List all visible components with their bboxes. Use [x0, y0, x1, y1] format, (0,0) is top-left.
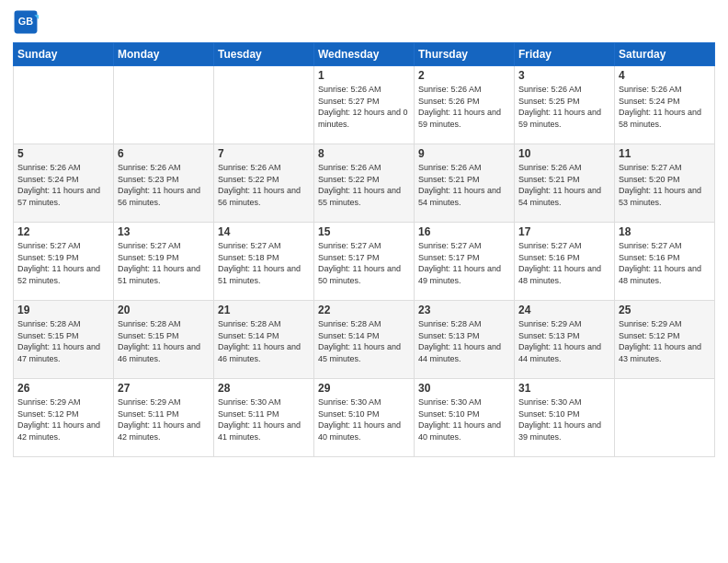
day-cell-24: 24Sunrise: 5:29 AMSunset: 5:13 PMDayligh…: [515, 301, 615, 379]
day-number: 24: [518, 304, 610, 316]
day-number: 25: [619, 304, 711, 316]
day-number: 1: [318, 69, 410, 82]
logo: GB: [13, 9, 42, 35]
empty-cell: [615, 379, 715, 457]
day-info: Sunrise: 5:27 AMSunset: 5:17 PMDaylight:…: [318, 240, 410, 286]
day-number: 2: [418, 69, 510, 82]
day-cell-23: 23Sunrise: 5:28 AMSunset: 5:13 PMDayligh…: [415, 301, 515, 379]
day-number: 10: [518, 147, 610, 160]
day-cell-14: 14Sunrise: 5:27 AMSunset: 5:18 PMDayligh…: [214, 223, 314, 301]
weekday-header-tuesday: Tuesday: [214, 43, 314, 66]
weekday-header-monday: Monday: [114, 43, 214, 66]
day-number: 20: [118, 304, 210, 316]
day-number: 18: [619, 225, 711, 238]
day-cell-10: 10Sunrise: 5:26 AMSunset: 5:21 PMDayligh…: [515, 144, 615, 223]
day-info: Sunrise: 5:26 AMSunset: 5:23 PMDaylight:…: [118, 162, 210, 208]
empty-cell: [14, 66, 114, 144]
day-info: Sunrise: 5:26 AMSunset: 5:24 PMDaylight:…: [17, 162, 109, 208]
day-cell-11: 11Sunrise: 5:27 AMSunset: 5:20 PMDayligh…: [615, 144, 715, 223]
week-row-5: 26Sunrise: 5:29 AMSunset: 5:12 PMDayligh…: [14, 379, 715, 457]
day-number: 30: [418, 382, 510, 395]
day-cell-19: 19Sunrise: 5:28 AMSunset: 5:15 PMDayligh…: [14, 301, 114, 379]
day-number: 21: [218, 304, 310, 316]
day-number: 3: [518, 69, 610, 82]
day-number: 7: [218, 147, 310, 160]
day-number: 12: [17, 225, 109, 238]
day-info: Sunrise: 5:30 AMSunset: 5:10 PMDaylight:…: [518, 396, 610, 442]
day-cell-2: 2Sunrise: 5:26 AMSunset: 5:26 PMDaylight…: [415, 66, 515, 144]
day-cell-18: 18Sunrise: 5:27 AMSunset: 5:16 PMDayligh…: [615, 223, 715, 301]
day-number: 9: [418, 147, 510, 160]
day-cell-31: 31Sunrise: 5:30 AMSunset: 5:10 PMDayligh…: [515, 379, 615, 457]
day-info: Sunrise: 5:28 AMSunset: 5:15 PMDaylight:…: [17, 318, 109, 364]
day-info: Sunrise: 5:26 AMSunset: 5:22 PMDaylight:…: [318, 162, 410, 208]
day-number: 17: [518, 225, 610, 238]
day-number: 26: [17, 382, 109, 395]
day-number: 27: [118, 382, 210, 395]
day-info: Sunrise: 5:26 AMSunset: 5:27 PMDaylight:…: [318, 84, 410, 130]
empty-cell: [114, 66, 214, 144]
weekday-header-saturday: Saturday: [615, 43, 715, 66]
day-cell-17: 17Sunrise: 5:27 AMSunset: 5:16 PMDayligh…: [515, 223, 615, 301]
day-cell-8: 8Sunrise: 5:26 AMSunset: 5:22 PMDaylight…: [314, 144, 415, 223]
day-number: 19: [17, 304, 109, 316]
day-cell-13: 13Sunrise: 5:27 AMSunset: 5:19 PMDayligh…: [114, 223, 214, 301]
day-info: Sunrise: 5:30 AMSunset: 5:10 PMDaylight:…: [418, 396, 510, 442]
svg-text:GB: GB: [18, 16, 33, 27]
day-cell-27: 27Sunrise: 5:29 AMSunset: 5:11 PMDayligh…: [114, 379, 214, 457]
day-cell-4: 4Sunrise: 5:26 AMSunset: 5:24 PMDaylight…: [615, 66, 715, 144]
day-cell-22: 22Sunrise: 5:28 AMSunset: 5:14 PMDayligh…: [314, 301, 415, 379]
day-info: Sunrise: 5:28 AMSunset: 5:14 PMDaylight:…: [218, 318, 310, 364]
day-number: 4: [619, 69, 711, 82]
day-info: Sunrise: 5:30 AMSunset: 5:11 PMDaylight:…: [218, 396, 310, 442]
day-info: Sunrise: 5:26 AMSunset: 5:26 PMDaylight:…: [418, 84, 510, 130]
weekday-header-sunday: Sunday: [14, 43, 114, 66]
day-number: 13: [118, 225, 210, 238]
day-number: 29: [318, 382, 410, 395]
day-info: Sunrise: 5:26 AMSunset: 5:21 PMDaylight:…: [518, 162, 610, 208]
day-info: Sunrise: 5:28 AMSunset: 5:13 PMDaylight:…: [418, 318, 510, 364]
day-info: Sunrise: 5:29 AMSunset: 5:12 PMDaylight:…: [17, 396, 109, 442]
page-container: GB SundayMondayTuesdayWednesdayThursdayF…: [0, 0, 728, 465]
day-cell-29: 29Sunrise: 5:30 AMSunset: 5:10 PMDayligh…: [314, 379, 415, 457]
day-info: Sunrise: 5:28 AMSunset: 5:14 PMDaylight:…: [318, 318, 410, 364]
logo-icon: GB: [13, 9, 39, 35]
day-info: Sunrise: 5:26 AMSunset: 5:22 PMDaylight:…: [218, 162, 310, 208]
day-number: 14: [218, 225, 310, 238]
calendar-table: SundayMondayTuesdayWednesdayThursdayFrid…: [13, 42, 715, 457]
day-info: Sunrise: 5:27 AMSunset: 5:18 PMDaylight:…: [218, 240, 310, 286]
day-info: Sunrise: 5:27 AMSunset: 5:16 PMDaylight:…: [619, 240, 711, 286]
header: GB: [13, 9, 715, 35]
day-cell-28: 28Sunrise: 5:30 AMSunset: 5:11 PMDayligh…: [214, 379, 314, 457]
day-info: Sunrise: 5:29 AMSunset: 5:11 PMDaylight:…: [118, 396, 210, 442]
week-row-4: 19Sunrise: 5:28 AMSunset: 5:15 PMDayligh…: [14, 301, 715, 379]
week-row-1: 1Sunrise: 5:26 AMSunset: 5:27 PMDaylight…: [14, 66, 715, 144]
day-number: 28: [218, 382, 310, 395]
week-row-2: 5Sunrise: 5:26 AMSunset: 5:24 PMDaylight…: [14, 144, 715, 223]
day-cell-20: 20Sunrise: 5:28 AMSunset: 5:15 PMDayligh…: [114, 301, 214, 379]
day-cell-21: 21Sunrise: 5:28 AMSunset: 5:14 PMDayligh…: [214, 301, 314, 379]
day-number: 11: [619, 147, 711, 160]
day-info: Sunrise: 5:27 AMSunset: 5:20 PMDaylight:…: [619, 162, 711, 208]
day-cell-6: 6Sunrise: 5:26 AMSunset: 5:23 PMDaylight…: [114, 144, 214, 223]
day-info: Sunrise: 5:29 AMSunset: 5:12 PMDaylight:…: [619, 318, 711, 364]
day-cell-12: 12Sunrise: 5:27 AMSunset: 5:19 PMDayligh…: [14, 223, 114, 301]
day-info: Sunrise: 5:27 AMSunset: 5:17 PMDaylight:…: [418, 240, 510, 286]
day-cell-16: 16Sunrise: 5:27 AMSunset: 5:17 PMDayligh…: [415, 223, 515, 301]
day-cell-26: 26Sunrise: 5:29 AMSunset: 5:12 PMDayligh…: [14, 379, 114, 457]
day-cell-3: 3Sunrise: 5:26 AMSunset: 5:25 PMDaylight…: [515, 66, 615, 144]
day-info: Sunrise: 5:26 AMSunset: 5:24 PMDaylight:…: [619, 84, 711, 130]
day-info: Sunrise: 5:27 AMSunset: 5:16 PMDaylight:…: [518, 240, 610, 286]
day-cell-1: 1Sunrise: 5:26 AMSunset: 5:27 PMDaylight…: [314, 66, 415, 144]
day-cell-15: 15Sunrise: 5:27 AMSunset: 5:17 PMDayligh…: [314, 223, 415, 301]
day-number: 15: [318, 225, 410, 238]
weekday-header-row: SundayMondayTuesdayWednesdayThursdayFrid…: [14, 43, 715, 66]
day-cell-9: 9Sunrise: 5:26 AMSunset: 5:21 PMDaylight…: [415, 144, 515, 223]
day-cell-30: 30Sunrise: 5:30 AMSunset: 5:10 PMDayligh…: [415, 379, 515, 457]
week-row-3: 12Sunrise: 5:27 AMSunset: 5:19 PMDayligh…: [14, 223, 715, 301]
day-number: 16: [418, 225, 510, 238]
day-number: 22: [318, 304, 410, 316]
day-info: Sunrise: 5:29 AMSunset: 5:13 PMDaylight:…: [518, 318, 610, 364]
day-number: 23: [418, 304, 510, 316]
weekday-header-wednesday: Wednesday: [314, 43, 415, 66]
